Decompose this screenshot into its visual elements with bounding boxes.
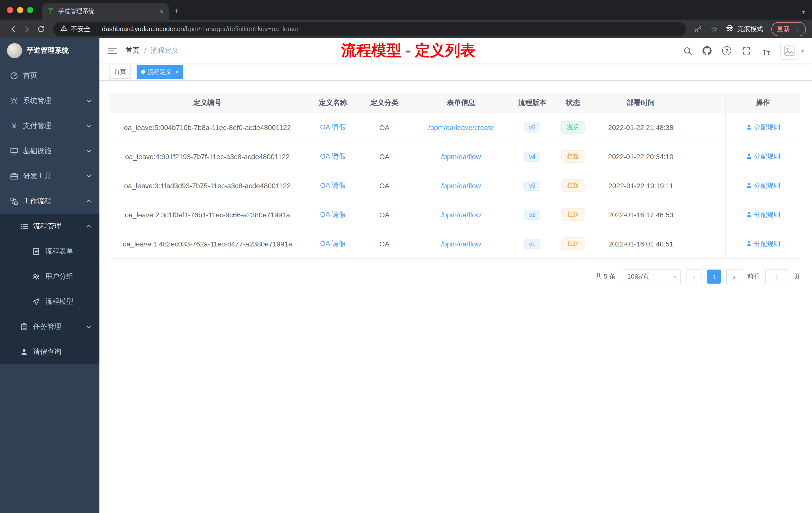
url-text: dashboard.yudao.iocoder.cn/bpm/manager/d… bbox=[102, 25, 298, 33]
tab-close-icon[interactable]: × bbox=[160, 7, 164, 15]
sidebar-item-home[interactable]: 首页 bbox=[0, 63, 99, 88]
incognito-icon bbox=[726, 24, 734, 34]
page-size-value: 10条/页 bbox=[627, 272, 649, 281]
person-icon bbox=[20, 348, 28, 356]
header-process-version: 流程版本 bbox=[514, 93, 551, 113]
caret-down-icon[interactable]: ▾ bbox=[801, 48, 804, 54]
update-button[interactable]: 更新 ⋮ bbox=[771, 22, 806, 36]
sidebar-item-leave-query[interactable]: 请假查询 bbox=[0, 339, 99, 364]
prev-page-button[interactable]: ‹ bbox=[686, 269, 702, 284]
version-badge: v2 bbox=[524, 210, 540, 220]
screen: 芋道管理系统 × + ▾ 不安全 dashboard.yudao.iocoder… bbox=[0, 0, 812, 513]
goto-page-input[interactable] bbox=[765, 269, 788, 284]
chevron-up-icon bbox=[86, 225, 91, 228]
definition-name-link[interactable]: OA 请假 bbox=[320, 210, 346, 219]
page-annotation: 流程模型 - 定义列表 bbox=[341, 40, 475, 61]
assign-rule-link[interactable]: 分配规则 bbox=[746, 239, 780, 248]
definition-name-link[interactable]: OA 请假 bbox=[320, 239, 346, 248]
browser-tab[interactable]: 芋道管理系统 × bbox=[42, 3, 169, 20]
security-warning-icon bbox=[60, 25, 67, 33]
table-header-row: 定义编号 定义名称 定义分类 表单信息 流程版本 状态 部署时间 操作 bbox=[110, 93, 800, 113]
browser-menu-icon[interactable]: ⋮ bbox=[794, 25, 801, 33]
tag-close-icon[interactable]: × bbox=[175, 69, 179, 75]
sidebar: 芋道管理系统 首页 系统管理 ¥ 支付管理 bbox=[0, 38, 99, 513]
avatar[interactable] bbox=[781, 42, 799, 60]
fullscreen-icon[interactable] bbox=[742, 46, 752, 56]
page-size-select[interactable]: 10条/页 ▾ bbox=[623, 269, 681, 284]
navbar: 首页 / 流程定义 流程模型 - 定义列表 ? bbox=[99, 38, 812, 63]
tag-home[interactable]: 首页 bbox=[110, 65, 130, 79]
tags-bar: 首页 流程定义 × bbox=[99, 63, 812, 81]
sidebar-item-system[interactable]: 系统管理 bbox=[0, 88, 99, 114]
status-badge: 挂起 bbox=[561, 150, 584, 163]
font-size-icon[interactable]: TT bbox=[761, 46, 771, 56]
bookmark-star-icon[interactable]: ☆ bbox=[711, 24, 718, 33]
sidebar-item-workflow[interactable]: 工作流程 bbox=[0, 189, 99, 214]
chevron-down-icon bbox=[86, 325, 91, 328]
header-definition-category: 定义分类 bbox=[360, 93, 408, 113]
next-page-button[interactable]: › bbox=[726, 269, 742, 284]
sidebar-item-devtools[interactable]: 研发工具 bbox=[0, 163, 99, 189]
forward-icon[interactable] bbox=[20, 22, 34, 36]
form-info-link[interactable]: /bpm/oa/flow bbox=[441, 152, 481, 160]
header-status: 状态 bbox=[551, 93, 595, 113]
tag-process-definition[interactable]: 流程定义 × bbox=[137, 65, 183, 79]
update-label: 更新 bbox=[777, 24, 790, 33]
search-icon[interactable] bbox=[683, 46, 693, 56]
tag-active-dot bbox=[141, 70, 145, 74]
sidebar-item-infrastructure[interactable]: 基础设施 bbox=[0, 139, 99, 163]
version-badge: v3 bbox=[524, 180, 540, 190]
sidebar-item-task-management[interactable]: 任务管理 bbox=[0, 314, 99, 339]
sidebar-item-process-form[interactable]: 流程表单 bbox=[0, 239, 99, 264]
definition-name-link[interactable]: OA 请假 bbox=[320, 181, 346, 190]
tab-title: 芋道管理系统 bbox=[58, 7, 156, 16]
breadcrumb-home[interactable]: 首页 bbox=[125, 46, 140, 55]
window-close-button[interactable] bbox=[7, 7, 13, 13]
table-row: oa_leave:1:482ec033-762a-11ec-8477-a2380… bbox=[110, 230, 800, 259]
reload-icon[interactable] bbox=[34, 22, 48, 36]
url-separator bbox=[96, 25, 96, 32]
help-icon[interactable]: ? bbox=[722, 46, 732, 56]
hamburger-icon[interactable] bbox=[108, 46, 117, 56]
sidebar-item-process-model[interactable]: 流程模型 bbox=[0, 289, 99, 314]
back-icon[interactable] bbox=[6, 22, 20, 36]
assign-rule-link[interactable]: 分配规则 bbox=[746, 152, 780, 161]
github-icon[interactable] bbox=[702, 46, 712, 56]
pagination-total: 共 5 条 bbox=[595, 272, 616, 281]
app-logo[interactable]: 芋道管理系统 bbox=[0, 38, 99, 63]
user-menu[interactable]: ▾ bbox=[781, 42, 804, 60]
row-spacer bbox=[687, 171, 725, 200]
header-definition-id: 定义编号 bbox=[110, 93, 305, 113]
sidebar-item-process-management[interactable]: 流程管理 bbox=[0, 214, 99, 239]
sidebar-item-user-group[interactable]: 用户分组 bbox=[0, 264, 99, 289]
window-minimize-button[interactable] bbox=[17, 7, 23, 13]
assign-rule-link[interactable]: 分配规则 bbox=[746, 123, 780, 132]
sidebar-item-payment[interactable]: ¥ 支付管理 bbox=[0, 114, 99, 139]
password-key-icon[interactable] bbox=[691, 22, 705, 36]
window-zoom-button[interactable] bbox=[27, 7, 33, 13]
new-tab-button[interactable]: + bbox=[174, 6, 179, 17]
definition-name-link[interactable]: OA 请假 bbox=[320, 123, 346, 132]
sidebar-item-label: 支付管理 bbox=[23, 121, 51, 130]
table-row: oa_leave:4:991f2193-7b7f-11ec-a3c8-acde4… bbox=[110, 142, 800, 171]
chevron-up-icon bbox=[86, 200, 91, 203]
tab-search-icon[interactable]: ▾ bbox=[802, 8, 805, 16]
form-info-link[interactable]: /bpm/oa/leave/create bbox=[428, 123, 494, 131]
header-spacer bbox=[687, 93, 725, 113]
form-info-link[interactable]: /bpm/oa/flow bbox=[441, 211, 481, 219]
current-page-button[interactable]: 1 bbox=[707, 270, 721, 283]
form-info-link[interactable]: /bpm/oa/flow bbox=[441, 181, 481, 189]
main-area: 首页 / 流程定义 流程模型 - 定义列表 ? bbox=[99, 38, 812, 513]
url-bar[interactable]: 不安全 dashboard.yudao.iocoder.cn/bpm/manag… bbox=[53, 22, 686, 36]
row-spacer bbox=[687, 200, 725, 229]
form-info-link[interactable]: /bpm/oa/flow bbox=[441, 240, 481, 248]
assign-rule-link[interactable]: 分配规则 bbox=[746, 181, 780, 190]
deploy-time: 2022-01-22 21:48:38 bbox=[595, 113, 687, 142]
definition-category: OA bbox=[360, 200, 408, 229]
assign-rule-link[interactable]: 分配规则 bbox=[746, 210, 780, 219]
sidebar-item-label: 工作流程 bbox=[23, 197, 51, 206]
app-frame: 芋道管理系统 首页 系统管理 ¥ 支付管理 bbox=[0, 38, 812, 513]
definition-name-link[interactable]: OA 请假 bbox=[320, 152, 346, 161]
definition-category: OA bbox=[360, 142, 408, 171]
dashboard-icon bbox=[10, 72, 18, 80]
